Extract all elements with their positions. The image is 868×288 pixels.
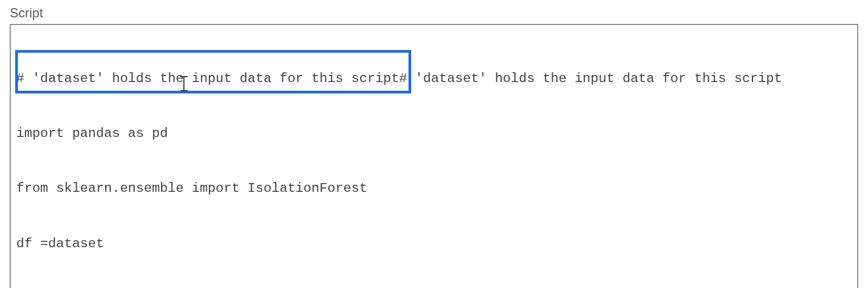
code-line: import pandas as pd	[16, 124, 852, 143]
script-editor[interactable]: # 'dataset' holds the input data for thi…	[11, 25, 857, 288]
script-panel-label: Script	[10, 5, 858, 21]
code-line: df =dataset	[16, 235, 852, 253]
script-editor-container: # 'dataset' holds the input data for thi…	[10, 24, 858, 288]
code-line: # 'dataset' holds the input data for thi…	[16, 70, 852, 88]
code-line: from sklearn.ensemble import IsolationFo…	[16, 179, 852, 198]
